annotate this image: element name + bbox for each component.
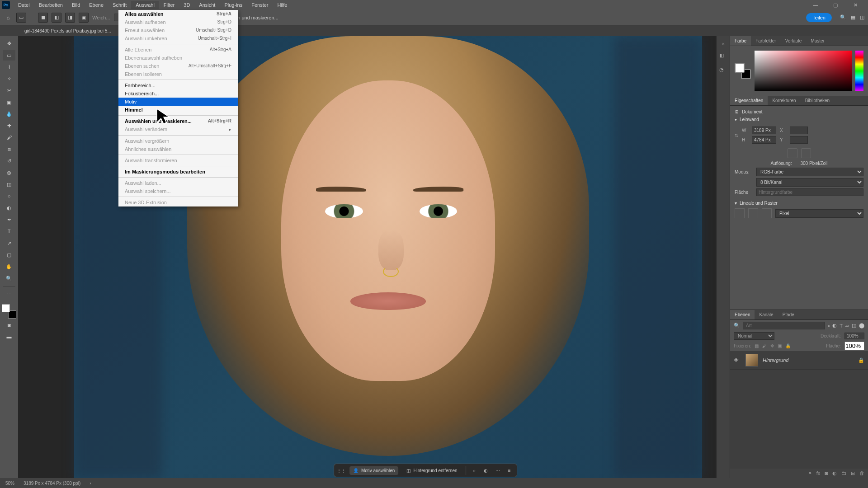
color-swatch[interactable] bbox=[2, 304, 16, 319]
selection-subtract-icon[interactable]: ◨ bbox=[65, 13, 75, 23]
settings-icon[interactable]: ≡ bbox=[506, 467, 513, 474]
close-button[interactable]: ✕ bbox=[850, 1, 861, 9]
eyedropper-tool-icon[interactable]: 💧 bbox=[3, 108, 15, 119]
more-icon[interactable]: ⋯ bbox=[494, 467, 501, 474]
depth-select[interactable]: 8 Bit/Kanal bbox=[756, 178, 863, 187]
lock-all-icon[interactable]: 🔒 bbox=[785, 343, 791, 348]
menu-filter[interactable]: Filter bbox=[159, 1, 179, 9]
filter-image-icon[interactable]: ▫ bbox=[828, 323, 830, 328]
layer-row[interactable]: 👁 Hintergrund 🔒 bbox=[730, 351, 868, 370]
select-subject-button[interactable]: 👤Motiv auswählen bbox=[349, 466, 398, 475]
dodge-tool-icon[interactable]: ◐ bbox=[3, 202, 15, 213]
tab-pfade[interactable]: Pfade bbox=[778, 310, 799, 319]
menu-datei[interactable]: Datei bbox=[14, 1, 34, 9]
selection-add-icon[interactable]: ◧ bbox=[52, 13, 61, 23]
layer-search-input[interactable] bbox=[743, 322, 825, 329]
menu-bearbeiten[interactable]: Bearbeiten bbox=[34, 1, 67, 9]
tab-farbe[interactable]: Farbe bbox=[730, 36, 751, 46]
collapsed-panel-icon[interactable]: ◧ bbox=[719, 52, 727, 61]
quickmask-icon[interactable]: ◙ bbox=[3, 319, 15, 330]
menu-ansicht[interactable]: Ansicht bbox=[194, 1, 220, 9]
brush-tool-icon[interactable]: 🖌 bbox=[3, 132, 15, 143]
adjust-icon[interactable]: ◐ bbox=[482, 467, 490, 474]
crop-tool-icon[interactable]: ✂ bbox=[3, 85, 15, 96]
hand-tool-icon[interactable]: ✋ bbox=[3, 261, 15, 272]
status-chevron-icon[interactable]: › bbox=[90, 481, 91, 486]
layer-style-icon[interactable]: fx bbox=[816, 470, 821, 476]
menu-hilfe[interactable]: Hilfe bbox=[273, 1, 292, 9]
stamp-tool-icon[interactable]: ⧇ bbox=[3, 144, 15, 155]
tab-verläufe[interactable]: Verläufe bbox=[781, 36, 807, 46]
link-layers-icon[interactable]: ⚭ bbox=[808, 470, 812, 476]
share-button[interactable]: Teilen bbox=[806, 13, 832, 22]
menu-item-motiv[interactable]: Motiv bbox=[118, 98, 238, 106]
edit-toolbar-icon[interactable]: ⋯ bbox=[3, 289, 15, 300]
layer-fill-input[interactable] bbox=[844, 342, 864, 350]
layer-mask-icon[interactable]: ◙ bbox=[825, 470, 828, 476]
menu-item-alles-auswählen[interactable]: Alles auswählenStrg+A bbox=[118, 10, 238, 18]
menu-item-im-maskierungsmodus-bearbeiten[interactable]: Im Maskierungsmodus bearbeiten bbox=[118, 168, 238, 176]
menu-fenster[interactable]: Fenster bbox=[247, 1, 273, 9]
layer-thumbnail[interactable] bbox=[745, 354, 758, 366]
selection-intersect-icon[interactable]: ▣ bbox=[79, 13, 89, 23]
tab-farbfelder[interactable]: Farbfelder bbox=[751, 36, 781, 46]
tab-bibliotheken[interactable]: Bibliotheken bbox=[801, 96, 834, 105]
document-tab[interactable]: girl-1846490 Pexels auf Pixabay.jpg bei … bbox=[20, 27, 116, 35]
chevron-down-icon[interactable]: ▾ bbox=[735, 117, 737, 122]
lock-paint-icon[interactable]: 🖌 bbox=[762, 343, 767, 348]
lock-transparent-icon[interactable]: ▦ bbox=[755, 343, 759, 348]
grid-icon[interactable] bbox=[748, 208, 758, 218]
fill-input[interactable] bbox=[756, 188, 863, 196]
path-tool-icon[interactable]: ↗ bbox=[3, 238, 15, 249]
menu-item-farbbereich[interactable]: Farbbereich... bbox=[118, 81, 238, 89]
collapsed-panel-icon[interactable]: ◔ bbox=[719, 67, 727, 75]
blur-tool-icon[interactable]: ○ bbox=[3, 191, 15, 202]
minimize-button[interactable]: — bbox=[810, 1, 821, 9]
frame-tool-icon[interactable]: ▣ bbox=[3, 97, 15, 108]
filter-toggle-icon[interactable]: ⬤ bbox=[859, 323, 864, 328]
hue-slider[interactable] bbox=[855, 51, 863, 91]
tab-korrekturen[interactable]: Korrekturen bbox=[768, 96, 800, 105]
filter-type-icon[interactable]: T bbox=[840, 323, 843, 328]
screenmode-icon[interactable]: ▬ bbox=[3, 331, 15, 342]
menu-schrift[interactable]: Schrift bbox=[108, 1, 131, 9]
menu-ebene[interactable]: Ebene bbox=[85, 1, 108, 9]
height-input[interactable] bbox=[752, 136, 776, 144]
maximize-button[interactable]: ▢ bbox=[830, 1, 841, 9]
new-layer-icon[interactable]: ⊞ bbox=[851, 470, 855, 476]
guides-icon[interactable] bbox=[762, 208, 772, 218]
layer-name[interactable]: Hintergrund bbox=[763, 357, 854, 363]
menu-plug-ins[interactable]: Plug-ins bbox=[220, 1, 247, 9]
move-tool-icon[interactable]: ✥ bbox=[3, 38, 15, 49]
selection-new-icon[interactable]: ◼ bbox=[38, 13, 48, 23]
wand-tool-icon[interactable]: ✧ bbox=[3, 73, 15, 84]
tab-eigenschaften[interactable]: Eigenschaften bbox=[730, 96, 768, 105]
menu-bild[interactable]: Bild bbox=[67, 1, 85, 9]
foreground-color-swatch[interactable] bbox=[2, 304, 10, 312]
zoom-tool-icon[interactable]: 🔍 bbox=[3, 273, 15, 284]
filter-shape-icon[interactable]: ▱ bbox=[845, 323, 849, 328]
chevron-down-icon[interactable]: ▾ bbox=[735, 201, 737, 206]
menu-auswahl[interactable]: Auswahl bbox=[131, 1, 159, 9]
adjustment-icon[interactable]: ◐ bbox=[832, 470, 837, 476]
tab-ebenen[interactable]: Ebenen bbox=[730, 310, 755, 319]
heal-tool-icon[interactable]: ✚ bbox=[3, 120, 15, 131]
visibility-icon[interactable]: 👁 bbox=[734, 357, 741, 363]
opacity-input[interactable] bbox=[844, 333, 864, 339]
type-tool-icon[interactable]: T bbox=[3, 226, 15, 237]
filter-adjust-icon[interactable]: ◐ bbox=[832, 323, 837, 328]
ruler-icon[interactable] bbox=[735, 208, 745, 218]
orientation-landscape-icon[interactable] bbox=[801, 148, 811, 158]
workspace-icon[interactable]: ▦ bbox=[851, 14, 855, 20]
shape-tool-icon[interactable]: ▢ bbox=[3, 249, 15, 260]
orientation-portrait-icon[interactable] bbox=[788, 148, 797, 158]
color-field[interactable] bbox=[755, 51, 852, 91]
expand-chevron-icon[interactable]: « bbox=[722, 41, 724, 46]
tab-muster[interactable]: Muster bbox=[806, 36, 829, 46]
history-brush-tool-icon[interactable]: ↺ bbox=[3, 155, 15, 166]
search-icon[interactable]: 🔍 bbox=[840, 14, 846, 20]
units-select[interactable]: Pixel bbox=[775, 209, 863, 218]
filter-smart-icon[interactable]: ◫ bbox=[852, 323, 856, 328]
pen-tool-icon[interactable]: ✒ bbox=[3, 214, 15, 225]
crop-icon[interactable]: ⟐ bbox=[471, 467, 478, 474]
